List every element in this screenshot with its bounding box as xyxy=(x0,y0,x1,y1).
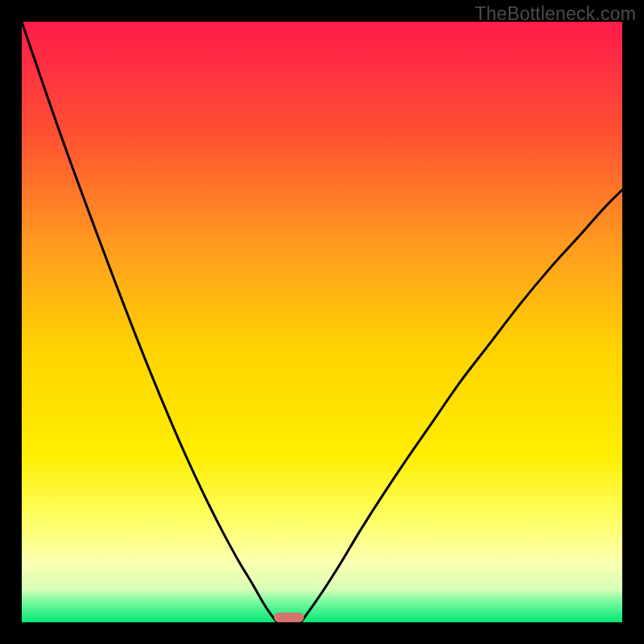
chart-plot-area xyxy=(22,22,622,622)
chart-svg xyxy=(22,22,622,622)
minimum-marker xyxy=(274,613,303,622)
chart-frame: TheBottleneck.com xyxy=(0,0,644,644)
chart-background xyxy=(22,22,622,622)
